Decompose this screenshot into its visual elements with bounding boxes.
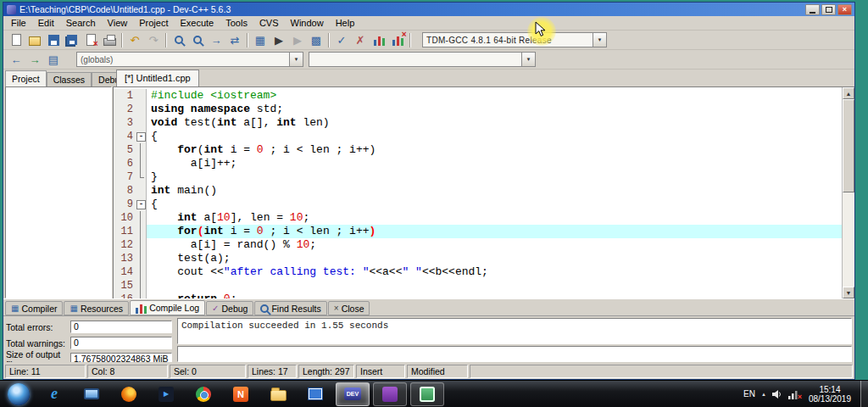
code-line-8[interactable]: 8int main(): [114, 184, 842, 198]
scroll-down-button[interactable]: ▼: [843, 287, 854, 298]
tab-compiler[interactable]: ▦Compiler: [5, 301, 63, 315]
tab-compile-log[interactable]: Compile Log: [130, 300, 205, 315]
compile-run-button[interactable]: ▶: [288, 31, 307, 48]
run-button[interactable]: ▶: [270, 31, 288, 48]
project-tree-panel[interactable]: [5, 86, 112, 298]
volume-icon[interactable]: [772, 389, 782, 399]
code-editor[interactable]: 1#include <iostream>2using namespace std…: [114, 87, 842, 298]
save-button[interactable]: [44, 31, 63, 48]
code-line-12[interactable]: 12 a[i] = rand() % 10;: [114, 238, 842, 252]
taskbar-firefox[interactable]: [112, 382, 146, 406]
goto-definition-button[interactable]: →: [25, 51, 44, 68]
compile-log-output[interactable]: Compilation succeeded in 1.55 seconds: [177, 318, 852, 344]
code-line-11[interactable]: 11 for(int i = 0 ; i < len ; i++): [114, 225, 842, 238]
swap-header-button[interactable]: ⇄: [225, 31, 244, 48]
abort-button[interactable]: ✗: [351, 31, 370, 48]
code-line-1[interactable]: 1#include <iostream>: [114, 89, 842, 103]
taskbar-monitor[interactable]: [75, 382, 108, 406]
tab-close[interactable]: ×Close: [328, 301, 370, 315]
code-line-13[interactable]: 13 test(a);: [114, 252, 842, 265]
tab-classes[interactable]: Classes: [47, 72, 92, 86]
tab-debug[interactable]: ✓Debug: [206, 301, 253, 315]
taskbar-nitro[interactable]: N: [224, 382, 258, 406]
code-line-2[interactable]: 2using namespace std;: [114, 103, 842, 116]
fold-marker[interactable]: [136, 198, 147, 211]
syntax-check-button[interactable]: ✓: [332, 31, 351, 48]
size-of-output-file-value[interactable]: 1.76758002324863 MiB: [70, 353, 172, 362]
menu-help[interactable]: Help: [330, 17, 361, 29]
language-indicator[interactable]: EN: [743, 389, 755, 399]
members-select[interactable]: ▼: [309, 52, 536, 67]
taskbar-media-player[interactable]: ▶: [149, 382, 183, 406]
menu-tools[interactable]: Tools: [220, 17, 253, 29]
code-line-9[interactable]: 9{: [114, 198, 842, 211]
network-icon[interactable]: ×: [788, 389, 799, 399]
menu-view[interactable]: View: [102, 17, 134, 29]
menu-execute[interactable]: Execute: [174, 17, 220, 29]
taskbar-ie[interactable]: e: [37, 382, 71, 406]
close-button[interactable]: ×: [837, 4, 852, 15]
close-file-button[interactable]: [81, 31, 100, 48]
tab-resources[interactable]: ▦Resources: [64, 301, 129, 315]
new-file-button[interactable]: [7, 31, 25, 48]
scroll-up-button[interactable]: ▲: [843, 87, 854, 99]
profile-button[interactable]: [370, 31, 388, 48]
class-browser-button[interactable]: ▤: [44, 51, 63, 68]
chevron-down-icon[interactable]: ▼: [521, 53, 535, 66]
code-line-16[interactable]: 16 return 0;: [114, 293, 842, 298]
taskbar-explorer[interactable]: [261, 382, 295, 406]
code-line-4[interactable]: 4{: [114, 130, 842, 143]
profile-delete-button[interactable]: [388, 31, 407, 48]
menu-project[interactable]: Project: [133, 17, 174, 29]
taskbar-purple-app[interactable]: [373, 382, 407, 406]
goto-declaration-button[interactable]: ←: [7, 51, 25, 68]
compile-log-secondary[interactable]: [177, 346, 852, 362]
restore-button[interactable]: [821, 4, 836, 15]
editor-vscrollbar[interactable]: ▲ ▼: [842, 87, 854, 298]
globals-select[interactable]: (globals) ▼: [76, 52, 303, 67]
taskbar-chrome[interactable]: [186, 382, 220, 406]
minimize-button[interactable]: [805, 4, 820, 15]
code-line-14[interactable]: 14 cout <<"after calling test: "<<a<<" "…: [114, 265, 842, 279]
save-all-button[interactable]: [63, 31, 81, 48]
code-line-15[interactable]: 15: [114, 279, 842, 293]
total-warnings-value[interactable]: 0: [70, 337, 172, 349]
compiler-select[interactable]: TDM-GCC 4.8.1 64-bit Release ▼: [422, 32, 607, 47]
code-line-10[interactable]: 10 int a[10], len = 10;: [114, 211, 842, 225]
code-line-7[interactable]: 7}: [114, 170, 842, 184]
clock[interactable]: 15:14 08/13/2019: [809, 385, 851, 404]
taskbar-photos[interactable]: [298, 382, 332, 406]
tab-find-results[interactable]: Find Results: [254, 301, 326, 315]
fold-marker[interactable]: [136, 130, 147, 143]
title-bar[interactable]: E:\Teaching\CBP\Code\Untitled1.cpp - Dev…: [3, 3, 854, 16]
tab-project[interactable]: Project: [5, 70, 47, 86]
taskbar-green-app[interactable]: [410, 382, 444, 406]
code-line-3[interactable]: 3void test(int a[], int len): [114, 116, 842, 130]
chevron-down-icon[interactable]: ▼: [289, 53, 303, 66]
total-errors-value[interactable]: 0: [70, 321, 172, 333]
show-desktop-button[interactable]: [860, 381, 868, 407]
redo-button[interactable]: ↷: [144, 31, 163, 48]
menu-cvs[interactable]: CVS: [253, 17, 285, 29]
tab-untitled1-cpp[interactable]: [*] Untitled1.cpp: [116, 70, 199, 86]
start-button[interactable]: [8, 383, 30, 405]
goto-line-button[interactable]: →: [207, 31, 225, 48]
scrollbar-track[interactable]: [843, 99, 854, 287]
find-button[interactable]: [170, 31, 188, 48]
scrollbar-thumb[interactable]: [843, 99, 854, 192]
code-line-5[interactable]: 5 for(int i = 0 ; i < len ; i++): [114, 143, 842, 157]
compile-button[interactable]: ▦: [251, 31, 270, 48]
open-file-button[interactable]: [25, 31, 44, 48]
menu-edit[interactable]: Edit: [32, 17, 60, 29]
chevron-down-icon[interactable]: ▼: [593, 33, 606, 47]
hidden-icons-button[interactable]: ▲: [761, 392, 766, 397]
code-line-6[interactable]: 6 a[i]++;: [114, 157, 842, 170]
menu-window[interactable]: Window: [285, 17, 330, 29]
undo-button[interactable]: ↶: [125, 31, 144, 48]
menu-file[interactable]: File: [5, 17, 32, 29]
menu-search[interactable]: Search: [60, 17, 102, 29]
replace-button[interactable]: [188, 31, 207, 48]
taskbar-devcpp[interactable]: DEV: [336, 382, 370, 406]
rebuild-button[interactable]: ▩: [307, 31, 326, 48]
print-button[interactable]: [100, 31, 119, 48]
